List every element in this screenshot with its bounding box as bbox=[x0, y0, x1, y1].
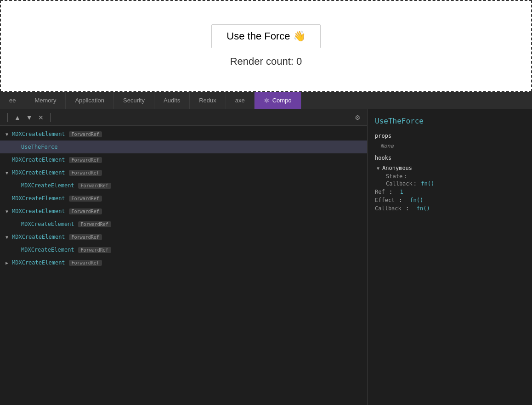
tree-item[interactable]: ▼ MDXCreateElement ForwardRef bbox=[0, 166, 367, 179]
effect-colon: : bbox=[399, 197, 406, 203]
props-label: props bbox=[375, 133, 525, 139]
tab-security[interactable]: Security bbox=[114, 92, 154, 109]
anonymous-hook-name: Anonymous bbox=[382, 165, 412, 171]
state-colon: : bbox=[403, 173, 407, 180]
tab-axe[interactable]: axe bbox=[226, 92, 255, 109]
component-name: MDXCreateElement bbox=[12, 208, 65, 214]
forward-ref-badge: ForwardRef bbox=[69, 131, 102, 137]
hook-props: State : Callback : fn() bbox=[386, 173, 525, 187]
tree-item[interactable]: MDXCreateElement ForwardRef bbox=[0, 192, 367, 205]
component-name: MDXCreateElement bbox=[21, 221, 74, 227]
component-tree: ▲ ▼ ✕ ⚙ ▼ MDXCreateElement ForwardRef bbox=[0, 109, 368, 405]
chevron-right-icon: ▶ bbox=[4, 259, 10, 266]
tab-security-label: Security bbox=[123, 97, 145, 104]
tab-axe-label: axe bbox=[235, 97, 245, 104]
anonymous-hook-header: ▼ Anonymous bbox=[377, 165, 525, 171]
ref-key: Ref bbox=[375, 189, 385, 195]
tab-components[interactable]: ⚛ Compo bbox=[255, 92, 301, 109]
chevron-down-icon: ▼ bbox=[26, 114, 33, 121]
component-details: UseTheForce props None hooks ▼ Anonymous… bbox=[368, 109, 532, 405]
state-prop: State : bbox=[386, 173, 525, 180]
tab-memory-label: Memory bbox=[34, 97, 56, 104]
tab-memory[interactable]: Memory bbox=[25, 92, 66, 109]
close-button[interactable]: ✕ bbox=[35, 112, 46, 123]
tab-components-label: Compo bbox=[272, 97, 292, 104]
use-the-force-button[interactable]: Use the Force 👋 bbox=[211, 24, 320, 48]
hooks-section: ▼ Anonymous State : Callback : fn() bbox=[375, 165, 525, 212]
chevron-up-icon: ▲ bbox=[14, 114, 21, 121]
component-name: MDXCreateElement bbox=[12, 234, 65, 240]
tab-audits[interactable]: Audits bbox=[154, 92, 190, 109]
preview-area: Use the Force 👋 Render count: 0 bbox=[0, 0, 532, 92]
forward-ref-badge: ForwardRef bbox=[78, 221, 111, 227]
component-name: UseTheForce bbox=[21, 144, 57, 150]
gear-icon: ⚙ bbox=[355, 114, 361, 121]
state-key: State bbox=[386, 173, 402, 180]
callback2-hook: Callback : fn() bbox=[375, 205, 525, 212]
tree-item[interactable]: ▶ MDXCreateElement ForwardRef bbox=[0, 256, 367, 269]
anonymous-hook-group: ▼ Anonymous State : Callback : fn() bbox=[377, 165, 525, 187]
chevron-right-icon: ▼ bbox=[4, 131, 10, 137]
devtools-content: ▲ ▼ ✕ ⚙ ▼ MDXCreateElement ForwardRef bbox=[0, 109, 532, 405]
forward-ref-badge: ForwardRef bbox=[69, 234, 102, 240]
callback-key: Callback bbox=[386, 180, 413, 187]
settings-button[interactable]: ⚙ bbox=[352, 112, 363, 123]
component-title: UseTheForce bbox=[375, 117, 525, 125]
forward-ref-badge: ForwardRef bbox=[69, 170, 102, 176]
forward-ref-badge: ForwardRef bbox=[78, 183, 111, 189]
tab-redux[interactable]: Redux bbox=[190, 92, 226, 109]
chevron-down-icon: ▼ bbox=[4, 169, 10, 176]
close-icon: ✕ bbox=[38, 114, 44, 121]
callback2-value: fn() bbox=[417, 205, 430, 212]
tree-item[interactable]: ▼ MDXCreateElement ForwardRef bbox=[0, 205, 367, 218]
forward-ref-badge: ForwardRef bbox=[78, 247, 111, 253]
callback2-key: Callback bbox=[375, 205, 402, 212]
tab-application[interactable]: Application bbox=[66, 92, 114, 109]
tab-ee[interactable]: ee bbox=[0, 92, 25, 109]
ref-colon: : bbox=[389, 189, 396, 195]
navigate-up-button[interactable]: ▲ bbox=[11, 112, 23, 123]
react-icon: ⚛ bbox=[264, 97, 270, 104]
chevron-down-icon: ▼ bbox=[4, 208, 10, 214]
tab-redux-label: Redux bbox=[199, 97, 216, 104]
devtools-tabs: ee Memory Application Security Audits Re… bbox=[0, 92, 532, 109]
tree-item[interactable]: MDXCreateElement ForwardRef bbox=[0, 243, 367, 256]
tree-item[interactable]: MDXCreateElement ForwardRef bbox=[0, 179, 367, 192]
callback-prop: Callback : fn() bbox=[386, 180, 525, 187]
tree-toolbar: ▲ ▼ ✕ ⚙ bbox=[0, 109, 367, 126]
ref-hook: Ref : 1 bbox=[375, 189, 525, 195]
tree-item[interactable]: MDXCreateElement ForwardRef bbox=[0, 218, 367, 231]
tab-application-label: Application bbox=[75, 97, 104, 104]
forward-ref-badge: ForwardRef bbox=[69, 196, 102, 202]
tab-audits-label: Audits bbox=[164, 97, 180, 104]
effect-key: Effect bbox=[375, 197, 395, 203]
effect-hook: Effect : fn() bbox=[375, 197, 525, 203]
component-name: MDXCreateElement bbox=[12, 195, 65, 202]
component-name: MDXCreateElement bbox=[12, 131, 65, 137]
toolbar-divider-2 bbox=[50, 113, 51, 122]
effect-value: fn() bbox=[410, 197, 423, 203]
tree-item[interactable]: UseTheForce bbox=[0, 141, 367, 153]
callback-value: fn() bbox=[421, 180, 434, 187]
tree-item[interactable]: MDXCreateElement ForwardRef bbox=[0, 153, 367, 166]
tab-ee-label: ee bbox=[9, 97, 16, 104]
ref-value: 1 bbox=[400, 189, 403, 195]
tree-content: ▼ MDXCreateElement ForwardRef UseTheForc… bbox=[0, 126, 367, 405]
callback-colon: : bbox=[413, 180, 420, 187]
component-name: MDXCreateElement bbox=[21, 247, 74, 253]
tree-item[interactable]: ▼ MDXCreateElement ForwardRef bbox=[0, 128, 367, 141]
forward-ref-badge: ForwardRef bbox=[69, 260, 102, 266]
component-name: MDXCreateElement bbox=[12, 169, 65, 176]
forward-ref-badge: ForwardRef bbox=[69, 208, 102, 214]
component-name: MDXCreateElement bbox=[12, 259, 65, 266]
navigate-down-button[interactable]: ▼ bbox=[23, 112, 35, 123]
component-name: MDXCreateElement bbox=[12, 157, 65, 163]
tree-item[interactable]: ▼ MDXCreateElement ForwardRef bbox=[0, 231, 367, 243]
props-none: None bbox=[380, 143, 525, 149]
toolbar-divider bbox=[7, 113, 8, 122]
callback2-colon: : bbox=[406, 205, 412, 212]
hook-chevron-icon: ▼ bbox=[377, 166, 379, 171]
forward-ref-badge: ForwardRef bbox=[69, 157, 102, 163]
render-count-label: Render count: 0 bbox=[230, 56, 302, 68]
chevron-down-icon: ▼ bbox=[4, 234, 10, 240]
